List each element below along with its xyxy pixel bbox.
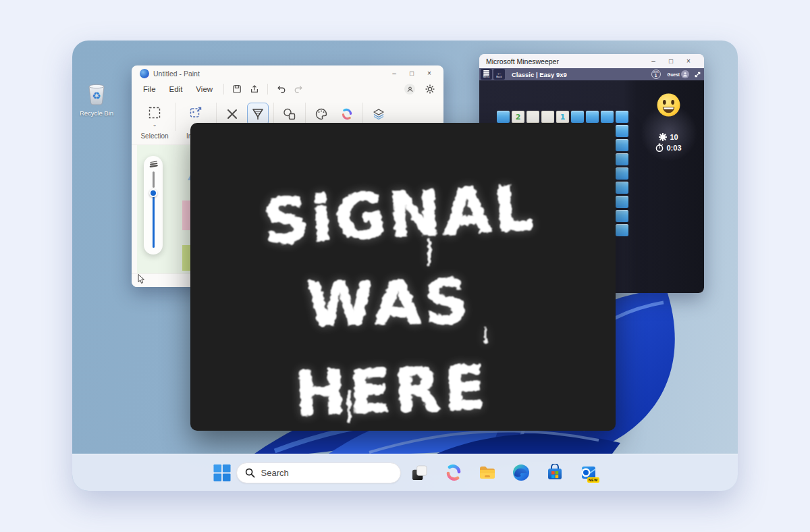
taskbar: Search [72,454,738,491]
mine-tile[interactable] [616,210,628,222]
edge-button[interactable] [512,464,530,481]
expand-icon [694,71,701,78]
game-mode-title: Classic | Easy 9x9 [512,71,567,78]
outlook-button[interactable]: NEW [580,464,597,481]
search-input[interactable]: Search [236,462,401,483]
mine-tile[interactable] [616,224,628,236]
minesweeper-menu-button[interactable]: Menu [481,69,492,80]
store-button[interactable] [546,464,564,481]
level-badge-value: 1 [655,74,657,78]
paint-minimize-button[interactable]: – [385,68,403,80]
user-name-label: Guest [668,72,680,77]
save-icon [232,84,242,94]
minesweeper-close-button[interactable]: × [680,55,697,68]
chevron-down-icon: ⌄ [153,124,157,126]
paint-close-button[interactable]: × [421,68,438,80]
timer-value: 0:03 [666,144,681,152]
share-button[interactable] [246,82,263,96]
paint-settings-button[interactable] [422,82,438,96]
mine-tile[interactable] [571,111,584,123]
brush-size-slider[interactable] [153,171,155,248]
recycle-bin-icon: ♻ [86,82,107,105]
brush-size-panel [144,156,163,255]
graffiti-line-2: WAS [306,266,472,340]
thickness-icon [149,161,158,167]
stopwatch-icon [655,143,664,152]
mine-tile[interactable] [586,111,599,123]
recycle-bin-label: Recycle Bin [75,109,118,117]
svg-text:♻: ♻ [92,90,101,102]
minesweeper-window-title: Microsoft Minesweeper [486,57,559,65]
edge-icon [512,464,530,481]
mine-tile[interactable]: 1 [556,111,569,123]
save-button[interactable] [229,82,245,96]
palette-icon [315,107,328,121]
graffiti-overlay: SiGNAL WAS HERE [190,123,616,431]
shapes-button[interactable] [279,103,300,126]
menu-button-label: Menu [483,76,490,78]
mine-tile[interactable] [497,111,510,123]
smiley-icon [656,92,681,117]
paint-menu-bar: File Edit View [132,81,443,97]
mine-tile[interactable]: 2 [512,111,524,123]
search-label: Search [261,468,289,478]
mine-tile[interactable] [616,182,628,194]
redo-button[interactable] [290,82,306,96]
paint-window-title: Untitled - Paint [153,70,200,78]
mouse-cursor [138,274,145,284]
recycle-bin[interactable]: ♻ Recycle Bin [75,82,118,117]
copilot-button[interactable] [445,464,462,481]
selection-icon [148,107,161,119]
brush-icon [250,107,265,122]
mines-count-value: 10 [670,133,678,141]
start-button[interactable] [213,464,231,481]
person-icon [682,72,688,77]
selection-tool-group[interactable]: ⌄ Selection [137,103,172,140]
paint-account-button[interactable] [404,84,415,95]
mines-counter: 10 [659,133,678,141]
fullscreen-button[interactable] [692,69,703,80]
paint-copilot-button[interactable] [336,103,358,126]
share-icon [250,84,259,94]
undo-button[interactable] [273,82,289,96]
tools-button[interactable] [221,103,243,126]
layers-button[interactable] [368,103,389,126]
minesweeper-header: Menu ← Back Classic | Easy 9x9 LEVEL 1 G… [479,68,704,80]
paint-menu-edit[interactable]: Edit [163,84,189,95]
mine-tile[interactable] [616,111,628,123]
shapes-icon [283,107,296,121]
mine-tile[interactable] [541,111,554,123]
copilot-icon [341,108,353,120]
colors-button[interactable] [310,103,332,126]
paint-menu-view[interactable]: View [190,84,219,95]
smiley-face[interactable] [656,92,681,120]
minesweeper-minimize-button[interactable]: – [645,55,662,68]
file-explorer-button[interactable] [479,464,496,481]
task-view-button[interactable] [411,464,429,481]
back-button-label: Back [496,76,502,78]
undo-icon [276,84,286,94]
minesweeper-back-button[interactable]: ← Back [493,69,505,80]
paint-maximize-button[interactable]: □ [403,68,421,80]
store-icon [546,464,564,481]
mine-tile[interactable] [526,111,539,123]
mine-tile[interactable] [616,153,628,165]
search-icon [245,468,255,478]
level-badge[interactable]: LEVEL 1 [651,70,661,79]
mine-tile[interactable] [601,111,614,123]
minesweeper-maximize-button[interactable]: □ [662,55,680,68]
slider-thumb[interactable] [149,189,157,197]
mine-tile[interactable] [616,167,628,180]
paint-title-bar: Untitled - Paint – □ × [132,65,443,81]
avatar[interactable] [681,70,689,78]
minesweeper-hud: 10 0:03 [633,80,704,293]
brush-tool-button-selected[interactable] [247,103,269,126]
image-icon [190,107,202,119]
paint-menu-file[interactable]: File [137,84,162,95]
gear-icon [425,84,435,94]
graffiti-line-3: HERE [294,352,490,429]
selection-group-label: Selection [140,132,168,140]
mine-tile[interactable] [616,125,628,137]
mine-tile[interactable] [616,139,628,151]
mine-tile[interactable] [616,196,628,208]
